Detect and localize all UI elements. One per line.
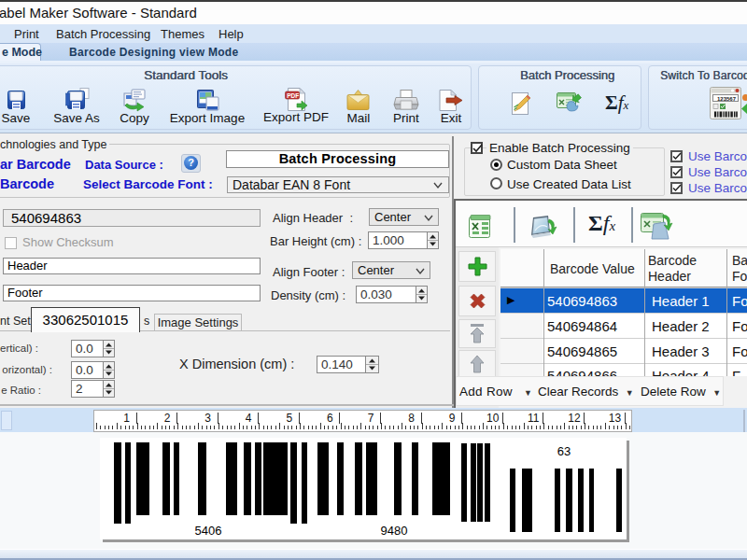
svg-text:123567: 123567 (717, 96, 737, 102)
svg-text:PDF: PDF (287, 92, 299, 99)
